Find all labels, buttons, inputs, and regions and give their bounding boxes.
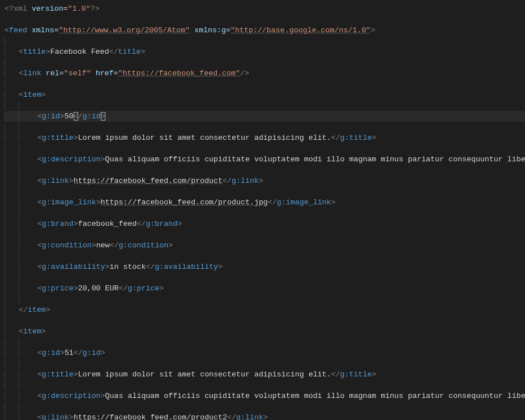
code-line[interactable]: <g:title>Lorem ipsum dolor sit amet cons… bbox=[5, 369, 525, 380]
g-id-val: 50 bbox=[65, 112, 74, 121]
attr-version: version bbox=[32, 5, 63, 13]
tag-item-close: item bbox=[28, 306, 46, 314]
blank-line[interactable] bbox=[5, 79, 525, 89]
blank-line[interactable] bbox=[5, 229, 525, 240]
tag-item: item bbox=[23, 91, 41, 99]
xmlns-g-val: "http://base.google.com/ns/1.0" bbox=[231, 26, 370, 35]
attr-href: href bbox=[96, 69, 114, 78]
attr-xmlns: xmlns bbox=[32, 26, 54, 35]
tag-link: link bbox=[23, 69, 41, 78]
code-line[interactable]: <g:link>https://facebook_feed.com/produc… bbox=[5, 175, 525, 186]
blank-line[interactable] bbox=[5, 401, 525, 412]
code-line[interactable]: <g:title>Lorem ipsum dolor sit amet cons… bbox=[5, 132, 525, 143]
g-title-val: Lorem ipsum dolor sit amet consectetur a… bbox=[78, 370, 331, 379]
code-line[interactable]: <g:image_link>https://facebook_feed.com/… bbox=[5, 197, 525, 208]
blank-line[interactable] bbox=[5, 100, 525, 111]
tag-g-description: g:description bbox=[42, 392, 101, 400]
blank-line[interactable] bbox=[5, 315, 525, 326]
code-line[interactable]: <g:id>51</g:id> bbox=[5, 348, 525, 358]
tag-feed: feed bbox=[9, 26, 27, 35]
tag-g-image-link: g:image_link bbox=[42, 198, 96, 207]
attr-xmlns-g: xmlns:g bbox=[194, 26, 226, 35]
g-id-val: 51 bbox=[65, 349, 74, 357]
tag-g-id: g:id bbox=[42, 112, 60, 121]
attr-version-val: "1.0" bbox=[68, 5, 91, 13]
xml-decl-open: <? bbox=[5, 5, 14, 13]
code-line[interactable]: <g:price>20,00 EUR</g:price> bbox=[5, 283, 525, 294]
tag-g-title: g:title bbox=[42, 370, 74, 379]
blank-line[interactable] bbox=[5, 294, 525, 305]
blank-line[interactable] bbox=[5, 337, 525, 348]
g-availability-val: in stock bbox=[110, 263, 146, 271]
code-line-active[interactable]: <g:id>50</g:id> bbox=[5, 111, 525, 122]
code-line[interactable]: <item> bbox=[5, 89, 525, 100]
g-link-val: https://facebook_feed.com/product bbox=[74, 177, 223, 185]
g-brand-val: facebook_feed bbox=[78, 220, 137, 228]
blank-line[interactable] bbox=[5, 186, 525, 197]
code-line[interactable]: <item> bbox=[5, 326, 525, 337]
blank-line[interactable] bbox=[5, 143, 525, 154]
blank-line[interactable] bbox=[5, 208, 525, 218]
tag-g-id: g:id bbox=[42, 349, 60, 357]
code-line[interactable]: <g:availability>in stock</g:availability… bbox=[5, 262, 525, 272]
blank-line[interactable] bbox=[5, 14, 525, 25]
code-line[interactable]: <g:brand>facebook_feed</g:brand> bbox=[5, 218, 525, 229]
title-text: Facebook Feed bbox=[50, 48, 109, 56]
g-link-val: https://facebook_feed.com/product2 bbox=[74, 413, 227, 420]
blank-line[interactable] bbox=[5, 122, 525, 132]
blank-line[interactable] bbox=[5, 358, 525, 369]
tag-g-brand: g:brand bbox=[42, 220, 74, 228]
tag-g-description: g:description bbox=[42, 155, 101, 164]
g-price-val: 20,00 EUR bbox=[78, 284, 119, 293]
tag-g-link: g:link bbox=[42, 177, 69, 185]
tag-g-condition: g:condition bbox=[42, 241, 92, 250]
rel-val: "self" bbox=[64, 69, 91, 78]
blank-line[interactable] bbox=[5, 380, 525, 391]
g-image-link-val: https://facebook_feed.com/product.jpg bbox=[101, 198, 268, 207]
code-line[interactable]: <title>Facebook Feed</title> bbox=[5, 46, 525, 57]
tag-g-price: g:price bbox=[42, 284, 74, 293]
code-line[interactable]: <link rel="self" href="https://facebook_… bbox=[5, 68, 525, 79]
blank-line[interactable] bbox=[5, 57, 525, 68]
code-line[interactable]: </item> bbox=[5, 305, 525, 315]
code-line[interactable]: <?xml version="1.0"?> bbox=[5, 3, 525, 14]
blank-line[interactable] bbox=[5, 251, 525, 262]
tag-g-title: g:title bbox=[42, 134, 74, 142]
code-line[interactable]: <g:description>Quas aliquam officiis cup… bbox=[5, 154, 525, 165]
code-line[interactable]: <g:link>https://facebook_feed.com/produc… bbox=[5, 412, 525, 420]
xmlns-val: "http://www.w3.org/2005/Atom" bbox=[59, 26, 190, 35]
tag-g-link: g:link bbox=[42, 413, 69, 420]
g-title-val: Lorem ipsum dolor sit amet consectetur a… bbox=[78, 134, 331, 142]
xml-decl-name: xml bbox=[14, 5, 27, 13]
code-line[interactable]: <g:condition>new</g:condition> bbox=[5, 240, 525, 251]
blank-line[interactable] bbox=[5, 36, 525, 46]
g-condition-val: new bbox=[96, 241, 110, 250]
blank-line[interactable] bbox=[5, 272, 525, 283]
attr-rel: rel bbox=[46, 69, 59, 78]
g-desc-val: Quas aliquam officiis cupiditate volupta… bbox=[105, 155, 525, 164]
tag-title: title bbox=[23, 48, 46, 56]
g-desc-val: Quas aliquam officiis cupiditate volupta… bbox=[105, 392, 525, 400]
xml-decl-close: ?> bbox=[91, 5, 100, 13]
code-line[interactable]: <feed xmlns="http://www.w3.org/2005/Atom… bbox=[5, 25, 525, 36]
tag-item: item bbox=[23, 327, 41, 336]
code-line[interactable]: <g:description>Quas aliquam officiis cup… bbox=[5, 391, 525, 401]
tag-g-availability: g:availability bbox=[42, 263, 105, 271]
href-val: "https://facebook_feed.com" bbox=[118, 69, 240, 78]
code-editor[interactable]: <?xml version="1.0"?> <feed xmlns="http:… bbox=[5, 3, 525, 420]
blank-line[interactable] bbox=[5, 165, 525, 175]
